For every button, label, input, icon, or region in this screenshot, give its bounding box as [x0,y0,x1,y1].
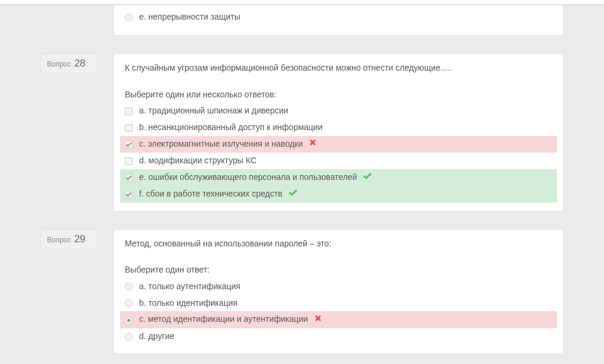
question-number: 28 [74,58,86,69]
answer-label: c. электромагнитные излучения и наводки [139,138,317,150]
answer-label: d. модификации структуры КС [139,155,256,167]
answer-option[interactable]: e. непрерывности защиты [120,9,557,26]
answer-option[interactable]: a. только аутентификация [120,278,557,295]
checkbox-icon[interactable] [125,157,133,165]
radio-icon[interactable] [125,299,133,307]
question-text: Метод, основанный на использовании парол… [125,238,552,250]
answer-letter: d. [139,331,146,341]
answer-option[interactable]: e. ошибки обслуживающего персонала и пол… [120,169,557,186]
answer-letter: b. [139,298,146,308]
answer-label: a. только аутентификация [139,281,240,293]
answer-text: только идентификация [149,298,238,308]
question-text: К случайным угрозам информационной безоп… [125,62,552,74]
answer-label: d. другие [139,331,174,343]
fragment-question-body: e. непрерывности защиты [114,5,564,36]
answer-label: e. ошибки обслуживающего персонала и пол… [139,172,372,183]
radio-wrap [125,316,133,324]
top-bar [0,0,604,5]
answer-option[interactable]: a. традиционный шпионаж и диверсии [120,103,557,119]
checkbox-icon[interactable] [125,191,133,198]
question-prompt: Выберите один или несколько ответов: [125,90,552,99]
answer-letter: e. [139,172,146,182]
question-body: Метод, основанный на использовании парол… [114,229,564,354]
answer-label: b. несанкционированный доступ к информац… [139,122,323,134]
check-icon [288,188,298,200]
answer-text: другие [149,331,175,341]
checkbox-icon[interactable] [125,174,133,182]
answer-option[interactable]: c. электромагнитные излучения и наводки [120,136,557,153]
cross-icon [309,138,317,150]
radio-wrap [125,299,133,307]
answer-letter: e. [139,12,146,21]
answer-text: метод идентификации и аутентификации [148,314,308,324]
answer-letter: f. [139,189,144,198]
answer-letter: b. [139,122,146,132]
answer-letter: a. [139,281,146,291]
answer-option[interactable]: b. только идентификация [120,295,557,311]
answer-option[interactable]: d. модификации структуры КС [120,153,557,169]
answer-letter: d. [139,156,146,165]
question-number: 29 [74,233,86,245]
answer-label: e. непрерывности защиты [139,11,240,23]
answer-label: a. традиционный шпионаж и диверсии [139,105,288,117]
question-label: Вопрос 28 [40,53,97,74]
question-row-29: Вопрос 29 Метод, основанный на использов… [40,229,564,354]
radio-wrap [125,282,133,290]
radio-icon[interactable] [125,14,133,21]
answer-text: только аутентификация [149,281,241,291]
answer-option[interactable]: c. метод идентификации и аутентификации [120,311,557,328]
checkbox-wrap [125,107,133,115]
question-body: К случайным угрозам информационной безоп… [114,53,564,211]
answer-text: сбои в работе технических средств [146,189,282,198]
answer-text: ошибки обслуживающего персонала и пользо… [149,172,357,182]
checkbox-icon[interactable] [125,124,133,132]
answer-label: f. сбои в работе технических средств [139,188,298,200]
answer-letter: c. [139,139,146,148]
checkbox-icon[interactable] [125,141,133,148]
fragment-row: e. непрерывности защиты [40,5,564,36]
question-label: Вопрос 29 [40,229,97,249]
radio-icon[interactable] [125,333,133,341]
question-label-word: Вопрос [47,60,71,68]
answer-label: b. только идентификация [139,297,237,309]
radio-wrap [125,13,133,21]
checkbox-wrap [125,190,133,198]
checkbox-wrap [125,157,133,165]
answer-option[interactable]: d. другие [120,328,557,345]
answer-option[interactable]: b. несанкционированный доступ к информац… [120,119,557,136]
cross-icon [314,314,322,326]
check-icon [363,172,372,183]
answer-letter: c. [139,314,146,324]
checkbox-wrap [125,140,133,148]
question-row-28: Вопрос 28 К случайным угрозам информацио… [40,53,564,211]
answer-label: c. метод идентификации и аутентификации [139,314,322,325]
answer-letter: a. [139,106,146,115]
checkbox-wrap [125,124,133,132]
checkbox-icon[interactable] [125,107,133,115]
answer-text: модификации структуры КС [149,156,257,165]
radio-wrap [125,333,133,341]
answer-text: традиционный шпионаж и диверсии [149,106,288,115]
radio-icon[interactable] [125,283,133,290]
answer-text: несанкционированный доступ к информации [149,122,323,132]
radio-icon[interactable] [125,316,133,324]
main-container: e. непрерывности защиты Вопрос 28 К случ… [29,5,575,364]
answer-option[interactable]: f. сбои в работе технических средств [120,186,557,202]
question-label-word: Вопрос [47,236,71,244]
question-prompt: Выберите один ответ: [125,265,552,274]
answer-text: непрерывности защиты [149,12,241,21]
checkbox-wrap [125,173,133,182]
answer-text: электромагнитные излучения и наводки [148,139,303,148]
